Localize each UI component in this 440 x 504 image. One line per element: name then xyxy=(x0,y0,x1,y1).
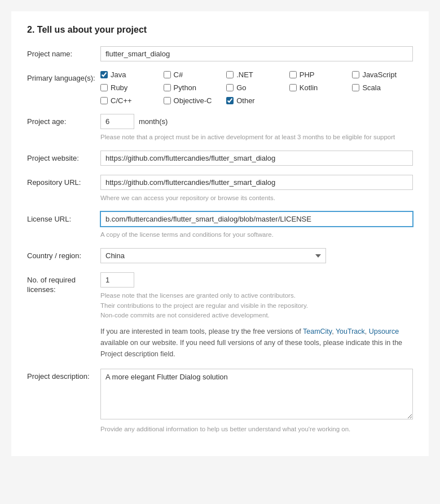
project-name-row: Project name: xyxy=(27,46,413,61)
project-website-row: Project website: xyxy=(27,151,413,166)
lang-ruby[interactable]: Ruby xyxy=(100,83,161,92)
project-age-field: month(s) Please note that a project must… xyxy=(100,114,413,142)
licenses-row: No. of required licenses: Please note th… xyxy=(27,272,413,360)
country-label: Country / region: xyxy=(27,248,100,260)
licenses-note: Please note that the licenses are grante… xyxy=(100,291,413,320)
licenses-note-2: Their contributions to the project are r… xyxy=(100,301,413,311)
lang-python[interactable]: Python xyxy=(164,83,225,92)
primary-language-label: Primary language(s): xyxy=(27,70,100,82)
project-description-field: A more elegant Flutter Dialog solution P… xyxy=(100,369,413,434)
lang-ruby-checkbox[interactable] xyxy=(100,84,108,91)
lang-csharp-label: C# xyxy=(174,70,183,79)
license-url-label: License URL: xyxy=(27,211,100,223)
licenses-field: Please note that the licenses are grante… xyxy=(100,272,413,360)
lang-scala[interactable]: Scala xyxy=(352,83,413,92)
project-website-field xyxy=(100,151,413,166)
license-url-input[interactable] xyxy=(100,211,413,227)
page-title: 2. Tell us about your project xyxy=(27,25,413,35)
project-description-row: Project description: A more elegant Flut… xyxy=(27,369,413,434)
lang-scala-label: Scala xyxy=(362,83,381,92)
lang-ruby-label: Ruby xyxy=(111,83,127,92)
promo-comma-1: , xyxy=(332,328,336,335)
lang-objectivec-checkbox[interactable] xyxy=(164,97,171,104)
lang-kotlin-label: Kotlin xyxy=(300,83,318,92)
promo-comma-2: , xyxy=(365,328,369,335)
project-name-field xyxy=(100,46,413,61)
project-age-helper: Please note that a project must be in ac… xyxy=(100,132,413,142)
lang-php-label: PHP xyxy=(300,70,315,79)
lang-csharp-checkbox[interactable] xyxy=(164,71,171,78)
repository-url-field: Where we can access your repository or b… xyxy=(100,175,413,202)
languages-field: Java C# .NET PHP JavaScript xyxy=(100,70,413,105)
project-website-label: Project website: xyxy=(27,151,100,162)
project-age-unit: month(s) xyxy=(139,117,168,126)
project-description-helper: Provide any additional information to he… xyxy=(100,425,413,434)
lang-ccpp-label: C/C++ xyxy=(111,96,132,105)
lang-python-checkbox[interactable] xyxy=(164,84,171,91)
lang-other-label: Other xyxy=(236,96,255,105)
project-description-label: Project description: xyxy=(27,369,100,381)
country-select[interactable]: China United States Germany Russia Other xyxy=(100,248,326,263)
promo-text-block: If you are interested in team tools, ple… xyxy=(100,326,413,360)
licenses-input[interactable] xyxy=(100,272,134,288)
lang-php-checkbox[interactable] xyxy=(289,71,297,78)
lang-java[interactable]: Java xyxy=(100,70,161,79)
license-url-field: A copy of the license terms and conditio… xyxy=(100,211,413,239)
lang-go[interactable]: Go xyxy=(226,83,287,92)
lang-kotlin[interactable]: Kotlin xyxy=(289,83,350,92)
licenses-label: No. of required licenses: xyxy=(27,272,100,295)
upsource-link[interactable]: Upsource xyxy=(369,328,399,335)
lang-javascript-label: JavaScript xyxy=(362,70,397,79)
lang-csharp[interactable]: C# xyxy=(164,70,225,79)
license-url-row: License URL: A copy of the license terms… xyxy=(27,211,413,239)
lang-kotlin-checkbox[interactable] xyxy=(289,84,297,91)
promo-text-2: available on our website. If you need fu… xyxy=(100,339,402,358)
project-name-label: Project name: xyxy=(27,46,100,58)
lang-go-label: Go xyxy=(236,83,246,92)
repository-url-helper: Where we can access your repository or b… xyxy=(100,193,413,202)
lang-java-label: Java xyxy=(111,70,126,79)
repository-url-row: Repository URL: Where we can access your… xyxy=(27,175,413,202)
youtrack-link[interactable]: YouTrack xyxy=(336,328,365,335)
lang-php[interactable]: PHP xyxy=(289,70,350,79)
lang-dotnet-label: .NET xyxy=(236,70,253,79)
lang-other-checkbox[interactable] xyxy=(226,97,234,104)
lang-objectivec-label: Objective-C xyxy=(174,96,212,105)
project-age-row: Project age: month(s) Please note that a… xyxy=(27,114,413,142)
project-description-textarea[interactable]: A more elegant Flutter Dialog solution xyxy=(100,369,413,419)
licenses-note-3: Non-code commits are not considered acti… xyxy=(100,311,413,320)
lang-go-checkbox[interactable] xyxy=(226,84,234,91)
primary-language-row: Primary language(s): Java C# .NET xyxy=(27,70,413,105)
lang-objectivec[interactable]: Objective-C xyxy=(164,96,225,105)
form-container: 2. Tell us about your project Project na… xyxy=(11,11,429,456)
lang-python-label: Python xyxy=(174,83,196,92)
lang-scala-checkbox[interactable] xyxy=(352,84,359,91)
lang-dotnet[interactable]: .NET xyxy=(226,70,287,79)
teamcity-link[interactable]: TeamCity xyxy=(303,328,332,335)
lang-dotnet-checkbox[interactable] xyxy=(226,71,234,78)
repository-url-label: Repository URL: xyxy=(27,175,100,187)
project-website-input[interactable] xyxy=(100,151,413,166)
project-name-input[interactable] xyxy=(100,46,413,61)
licenses-note-1: Please note that the licenses are grante… xyxy=(100,291,413,300)
license-url-helper: A copy of the license terms and conditio… xyxy=(100,230,413,239)
lang-other[interactable]: Other xyxy=(226,96,287,105)
promo-text-1: If you are interested in team tools, ple… xyxy=(100,328,303,335)
lang-javascript[interactable]: JavaScript xyxy=(352,70,413,79)
project-age-input[interactable] xyxy=(100,114,134,129)
age-row: month(s) xyxy=(100,114,413,129)
languages-grid: Java C# .NET PHP JavaScript xyxy=(100,70,413,105)
lang-ccpp-checkbox[interactable] xyxy=(100,97,108,104)
country-row: Country / region: China United States Ge… xyxy=(27,248,413,263)
lang-ccpp[interactable]: C/C++ xyxy=(100,96,161,105)
lang-javascript-checkbox[interactable] xyxy=(352,71,359,78)
country-field: China United States Germany Russia Other xyxy=(100,248,326,263)
project-age-label: Project age: xyxy=(27,114,100,126)
repository-url-input[interactable] xyxy=(100,175,413,190)
lang-java-checkbox[interactable] xyxy=(100,71,108,78)
